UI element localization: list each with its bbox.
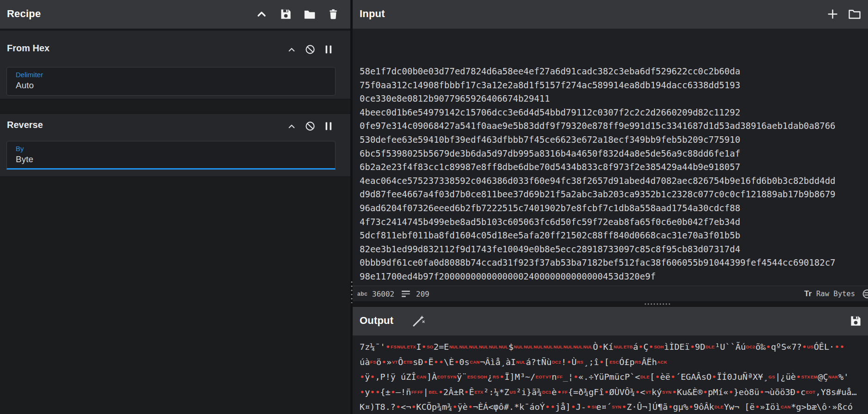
input-editor[interactable]: 58e1f7dc00b0e03d77ed7824d6a58ee4ef27a6d9…: [353, 29, 868, 286]
arg-value[interactable]: Byte: [16, 154, 33, 164]
nonprintable-dot: •: [452, 402, 458, 412]
operation-name[interactable]: From Hex: [7, 43, 49, 54]
input-line-count: 209: [416, 286, 429, 302]
input-line[interactable]: 4eac064ce575237338592c046386d033f60e94fc…: [360, 174, 868, 188]
input-line[interactable]: 58e1f7dc00b0e03d77ed7824d6a58ee4ef27a6d9…: [360, 65, 868, 79]
output-text-run: ÿè: [458, 402, 468, 412]
input-header: Input: [353, 0, 868, 29]
operation-name[interactable]: Reverse: [7, 120, 43, 130]
input-line[interactable]: 530defee63e59410bf39edf463dfbbb7f45ce662…: [360, 133, 868, 147]
control-char-tag: SYN: [447, 370, 456, 384]
save-recipe-icon[interactable]: [280, 8, 292, 20]
output-text-run: pMí«: [708, 387, 728, 397]
nonprintable-dot: •: [439, 357, 444, 367]
clear-recipe-trash-icon[interactable]: [327, 8, 339, 20]
arg-value[interactable]: Auto: [16, 80, 34, 91]
output-line: •ÿ•,P!ÿ úZÎCAN]ÀEOTSYNÿ¨ESCSOH¿RS•Ï]M³~/…: [360, 370, 868, 385]
control-char-tag: NUL: [614, 340, 623, 354]
nonprintable-dot: •: [690, 342, 695, 352]
input-line[interactable]: 6b2a2e23f4f83cc1c89987e8ff8dbe6dbe70d543…: [360, 160, 868, 174]
control-char-tag: RS: [635, 355, 642, 369]
output-text-run: ÿ: [365, 372, 370, 382]
output-text-run: ØÙVÔ¾: [609, 387, 635, 397]
chevron-up-icon[interactable]: [256, 9, 267, 20]
input-text[interactable]: 58e1f7dc00b0e03d77ed7824d6a58ee4ef27a6d9…: [360, 65, 868, 286]
output-text-run: ¬ÈÁ<φô#.*k¯áoÝ: [473, 402, 545, 412]
control-char-tag: NUL: [449, 340, 458, 354]
disable-op-icon[interactable]: [305, 121, 316, 132]
arg-label: By: [16, 145, 24, 152]
control-char-tag: RS: [577, 355, 583, 369]
nonprintable-dot: •: [573, 372, 578, 382]
input-line[interactable]: d9d87fee4667a4f03d7b0ce811bee37d69b21f5a…: [360, 188, 868, 201]
input-line[interactable]: 75f0aa312c14908fbbbf17c3a12e2a8d1f5157f2…: [360, 79, 868, 92]
control-char-tag: EM: [811, 370, 818, 384]
control-char-tag: EOT: [806, 385, 815, 399]
recipe-panel: Recipe: [0, 0, 350, 414]
control-char-tag: US: [807, 340, 813, 354]
encoding-tr-icon[interactable]: Tr: [804, 286, 812, 302]
control-char-tag: DC1: [542, 385, 551, 399]
line-count-icon: [402, 286, 410, 302]
output-text-run: %': [838, 372, 849, 382]
input-line[interactable]: 96ad6204f07326eeed6b2fb7222515c7401902b7…: [360, 201, 868, 215]
control-char-tag: NAK: [828, 370, 838, 384]
save-output-icon[interactable]: [850, 315, 862, 327]
clipped-footer-icon[interactable]: [861, 286, 868, 302]
disable-op-icon[interactable]: [305, 44, 316, 55]
input-line[interactable]: 6bc5f5398025b5679de3b6da5d97db995a8316b4…: [360, 147, 868, 161]
control-char-tag: STX: [801, 370, 810, 384]
collapse-op-chevron-icon[interactable]: [287, 46, 296, 54]
collapse-op-chevron-icon[interactable]: [287, 122, 296, 131]
add-input-tab-plus-icon[interactable]: [827, 8, 838, 20]
output-text-run: 2=E: [434, 342, 449, 352]
output-text-run: K¤)T8.?: [360, 402, 396, 412]
control-char-tag: GS: [769, 370, 775, 384]
control-char-tag: EOT: [437, 370, 446, 384]
input-line[interactable]: 5dcf811ebf011ba8fd1604c05d18ee5afa20ff21…: [360, 229, 868, 243]
output-text-run: ÂËh: [642, 357, 657, 367]
nonprintable-dot: •: [375, 387, 380, 397]
recipe-title: Recipe: [7, 8, 41, 20]
horizontal-splitter-handle[interactable]: [644, 303, 671, 305]
control-char-tag: SO: [427, 340, 433, 354]
nonprintable-dot: •: [655, 372, 660, 382]
nonprintable-dot: •: [454, 357, 459, 367]
input-line[interactable]: 0bbb9df61ce0fa0d8088b74ccad31f923f37ab53…: [360, 256, 868, 270]
arg-delimiter-field[interactable]: Delimiter Auto: [6, 67, 336, 96]
output-line: úàFSö•»VTÔETBsÐ•Ë••\È•0sCAN¬Âìå¸àINULá?t…: [360, 355, 868, 371]
input-line[interactable]: 4f73c2414745b499ebe8ad5b103c605063fc6d50…: [360, 215, 868, 229]
breakpoint-pause-icon[interactable]: [324, 122, 333, 131]
control-char-tag: FF: [562, 385, 568, 399]
load-recipe-folder-icon[interactable]: [303, 8, 316, 21]
magic-wand-icon[interactable]: [412, 315, 425, 328]
input-line[interactable]: 82ee3b1ed99d832112f9d1743fe10049e0b8e5ec…: [360, 243, 868, 256]
output-text-run: ¬Âìå¸àI: [480, 357, 516, 367]
arg-by-select[interactable]: By Byte: [6, 141, 336, 170]
output-text-run: Ê: [469, 387, 474, 397]
output-text-run: }eò8ü: [734, 387, 759, 397]
output-text-run: ¬ùõö3Ð: [764, 387, 795, 397]
control-char-tag: NUL: [514, 340, 523, 354]
output-text-run: ¿: [487, 372, 492, 382]
output-text-run: è: [551, 387, 556, 397]
input-line[interactable]: 4beec0d1b6e54979142c15706dcc3e6d4d54bbd7…: [360, 106, 868, 120]
nonprintable-dot: •: [834, 342, 839, 352]
output-text-run: Ô: [398, 357, 403, 367]
control-char-tag: DC2: [552, 355, 561, 369]
input-encoding-selector[interactable]: Raw Bytes: [816, 286, 855, 302]
input-char-count: 36002: [372, 286, 394, 302]
nonprintable-dot: •: [381, 357, 386, 367]
control-char-tag: ESC: [610, 355, 619, 369]
operation-reverse[interactable]: Reverse By Byte: [0, 114, 350, 177]
input-line[interactable]: 0ce330e8e0812b9077965926406674b29411: [360, 92, 868, 106]
control-char-tag: EOT: [536, 370, 545, 384]
operation-from-hex[interactable]: From Hex Delimiter Auto: [0, 30, 350, 99]
input-line[interactable]: 98e11700ed4b97f2000000000000000240000000…: [360, 270, 868, 284]
output-text-run: «.÷YüPmücP`<: [578, 372, 640, 382]
input-line[interactable]: 0fe97e314c09068427a541f0aae9e5b83ddf9f79…: [360, 119, 868, 133]
nonprintable-dot: •: [586, 402, 591, 412]
open-file-folder-icon[interactable]: [848, 9, 861, 20]
nonprintable-dot: •: [638, 342, 643, 352]
breakpoint-pause-icon[interactable]: [324, 45, 333, 54]
